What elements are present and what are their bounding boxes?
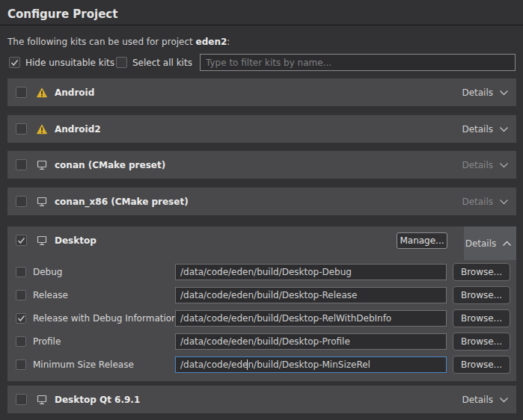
browse-button[interactable]: Browse... (453, 309, 510, 327)
kit-checkbox[interactable] (16, 123, 27, 135)
build-dir-input[interactable] (175, 333, 447, 350)
chevron-down-icon (499, 397, 509, 403)
config-checkbox[interactable] (16, 290, 26, 300)
details-label: Details (465, 238, 497, 249)
subtitle-suffix: : (227, 37, 230, 47)
details-label: Details (462, 395, 493, 405)
kit-panel-conan-x86: conan_x86 (CMake preset) Details (7, 188, 516, 215)
kit-row: conan_x86 (CMake preset) Details (7, 188, 516, 215)
chevron-up-icon (502, 241, 512, 247)
hide-unsuitable-kits-control: Hide unsuitable kits (9, 57, 114, 68)
browse-button[interactable]: Browse... (453, 333, 510, 350)
kit-row: Android2 Details (7, 115, 516, 143)
manage-kits-button[interactable]: Manage... (397, 232, 447, 249)
warning-icon (36, 87, 48, 99)
kit-name[interactable]: conan_x86 (CMake preset) (55, 197, 189, 207)
kit-checkbox[interactable] (16, 394, 27, 405)
select-all-kits-label[interactable]: Select all kits (132, 58, 192, 68)
details-label: Details (462, 124, 493, 135)
kit-panel-desktop: Desktop Manage... Details Debug Browse..… (7, 226, 516, 381)
select-all-kits-checkbox[interactable] (116, 57, 127, 68)
title-separator (0, 25, 523, 25)
kit-details-toggle[interactable]: Details (456, 188, 516, 215)
kit-name[interactable]: Desktop (55, 235, 97, 246)
kit-details-toggle[interactable]: Details (464, 226, 516, 260)
kit-name[interactable]: Android2 (55, 124, 101, 135)
select-all-kits-control: Select all kits (116, 57, 192, 68)
kit-name[interactable]: Android (55, 87, 94, 98)
kit-name[interactable]: conan (CMake preset) (55, 160, 165, 170)
subtitle-prefix: The following kits can be used for proje… (7, 37, 196, 47)
build-dir-input[interactable] (175, 310, 447, 327)
build-config-row-relwithdebinfo: Release with Debug Information Browse... (7, 309, 516, 327)
kits-subtitle: The following kits can be used for proje… (7, 37, 230, 47)
desktop-icon (36, 159, 48, 171)
text-cursor (247, 359, 248, 370)
kit-panel-android2: Android2 Details (7, 115, 516, 143)
config-label[interactable]: Debug (33, 267, 62, 277)
kit-name[interactable]: Desktop Qt 6.9.1 (55, 395, 140, 405)
chevron-down-icon (499, 199, 509, 205)
kit-filter-input[interactable] (200, 54, 516, 71)
build-config-row-release: Release Browse... (7, 286, 516, 304)
checkmark-icon (17, 315, 25, 322)
hide-unsuitable-kits-label[interactable]: Hide unsuitable kits (25, 58, 114, 68)
kit-panel-conan: conan (CMake preset) Details (7, 151, 516, 179)
config-label[interactable]: Release (33, 290, 68, 300)
chevron-down-icon (499, 162, 509, 168)
details-label: Details (462, 87, 493, 98)
build-dir-field (175, 356, 447, 373)
kit-details-toggle[interactable]: Details (456, 386, 516, 413)
kit-panel-android: Android Details (7, 78, 516, 106)
chevron-down-icon (499, 126, 509, 132)
config-checkbox[interactable] (16, 336, 26, 347)
build-dir-input[interactable] (175, 264, 447, 280)
config-checkbox[interactable] (16, 267, 26, 277)
kit-checkbox[interactable] (16, 159, 27, 170)
config-checkbox[interactable] (16, 313, 26, 324)
build-config-row-debug: Debug Browse... (7, 263, 516, 281)
details-label: Details (462, 160, 493, 170)
kit-row: Android Details (7, 78, 516, 106)
config-label[interactable]: Profile (33, 336, 61, 347)
kit-details-toggle[interactable]: Details (456, 115, 516, 143)
config-checkbox[interactable] (16, 359, 26, 370)
build-dir-field (175, 310, 447, 327)
build-dir-field (175, 264, 447, 280)
build-dir-field (175, 287, 447, 303)
build-dir-input[interactable] (175, 356, 447, 373)
kit-checkbox[interactable] (16, 87, 27, 98)
hide-unsuitable-kits-checkbox[interactable] (9, 57, 20, 68)
build-config-row-profile: Profile Browse... (7, 333, 516, 350)
kit-details-toggle[interactable]: Details (456, 78, 516, 106)
kit-checkbox[interactable] (16, 196, 27, 207)
desktop-icon (36, 235, 48, 247)
config-label[interactable]: Release with Debug Information (33, 313, 177, 324)
kit-row: conan (CMake preset) Details (7, 151, 516, 179)
checkmark-icon (17, 237, 25, 244)
browse-button[interactable]: Browse... (453, 286, 510, 304)
kit-panel-desktop-qt: Desktop Qt 6.9.1 Details (7, 386, 516, 413)
build-config-row-minsizerel: Minimum Size Release Browse... (7, 356, 516, 374)
build-dir-input[interactable] (175, 287, 447, 303)
build-dir-field (175, 333, 447, 350)
details-label: Details (462, 197, 493, 207)
config-label[interactable]: Minimum Size Release (33, 359, 134, 370)
kit-checkbox[interactable] (16, 235, 27, 246)
kit-row: Desktop Qt 6.9.1 Details (7, 386, 516, 413)
warning-icon (36, 123, 48, 135)
chevron-down-icon (499, 90, 509, 96)
desktop-icon (36, 196, 48, 208)
project-name: eden2 (196, 37, 227, 47)
browse-button[interactable]: Browse... (453, 263, 510, 281)
page-title: Configure Project (7, 7, 117, 21)
browse-button[interactable]: Browse... (453, 356, 510, 374)
desktop-icon (36, 394, 48, 406)
checkmark-icon (10, 59, 19, 67)
kit-details-toggle[interactable]: Details (456, 151, 516, 179)
